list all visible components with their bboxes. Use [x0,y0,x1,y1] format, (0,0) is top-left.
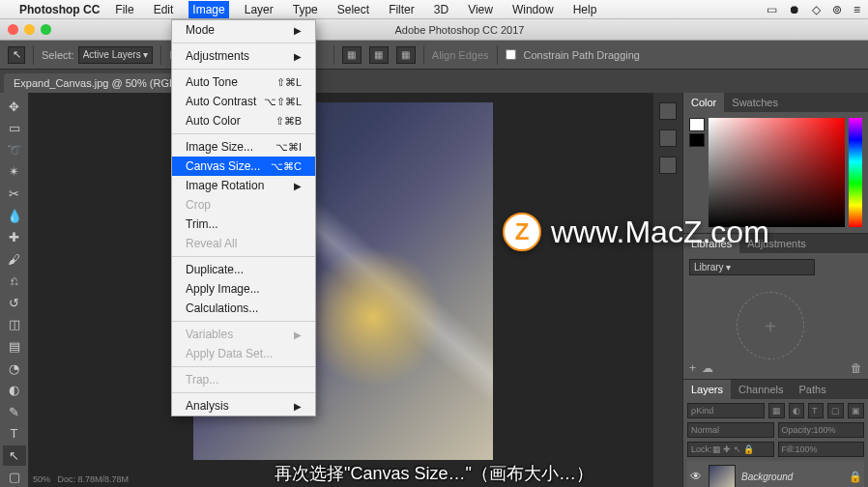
paths-tab[interactable]: Paths [792,380,834,399]
gradient-tool-icon[interactable]: ▤ [3,336,26,357]
menu-item-analysis[interactable]: Analysis▶ [172,396,315,415]
eyedropper-tool-icon[interactable]: 💧 [3,206,26,226]
panel-dock [653,93,682,487]
menu-filter[interactable]: Filter [385,1,419,18]
menu-edit[interactable]: Edit [150,1,178,18]
history-brush-tool-icon[interactable]: ↺ [3,293,26,313]
menu-layer[interactable]: Layer [241,1,277,18]
libraries-panel: Libraries Adjustments Library ▾ + + ☁ 🗑 [683,234,868,380]
menu-help[interactable]: Help [569,1,601,18]
cloud-icon[interactable]: ◇ [812,3,821,16]
select-active-layers[interactable]: Active Layers ▾ [78,46,154,64]
lock-controls[interactable]: Lock: ▦ ✚ ↖ 🔒 [687,442,774,457]
stamp-tool-icon[interactable]: ⎌ [3,272,26,292]
document-tabs: Expand_Canvas.jpg @ 50% (RGB/... × [0,70,868,93]
menu-item-crop: Crop [172,195,315,215]
layer-kind-filter[interactable]: ρ Kind [687,403,765,418]
heal-tool-icon[interactable]: ✚ [3,227,26,247]
filter-smart-icon[interactable]: ▣ [848,403,864,418]
align-left-icon[interactable]: ▦ [342,46,362,64]
filter-type-icon[interactable]: T [808,403,824,418]
menu-3d[interactable]: 3D [430,1,452,18]
menu-item-trim[interactable]: Trim... [172,215,315,234]
libraries-tab[interactable]: Libraries [683,234,739,253]
right-panels: Color Swatches Libraries Adjustments [682,93,868,487]
minimize-window-button[interactable] [24,24,35,35]
menubar-right: ▭ ⏺ ◇ ⊚ ≡ [767,3,860,16]
menu-item-apply-data-set: Apply Data Set... [172,344,315,363]
filter-adjust-icon[interactable]: ◐ [789,403,804,418]
menu-extra-icon[interactable]: ≡ [854,3,860,16]
menu-item-auto-tone[interactable]: Auto Tone⇧⌘L [172,72,315,92]
foreground-swatch[interactable] [689,118,705,131]
blend-mode-select[interactable]: Normal [687,422,774,438]
lasso-tool-icon[interactable]: ➰ [3,140,26,160]
constrain-checkbox[interactable] [506,49,516,60]
document-tab-label: Expand_Canvas.jpg @ 50% (RGB/... [14,77,188,89]
pen-tool-icon[interactable]: ✎ [3,402,26,422]
menu-select[interactable]: Select [333,1,373,18]
dock-icon-3[interactable] [659,157,677,174]
options-bar: ↖ Select: Active Layers ▾ Fill: W: ⇔ H: … [0,41,868,70]
channels-tab[interactable]: Channels [731,380,791,399]
move-tool-icon[interactable]: ✥ [3,97,26,117]
image-menu-dropdown: Mode▶Adjustments▶Auto Tone⇧⌘LAuto Contra… [171,19,316,416]
menu-item-image-size[interactable]: Image Size...⌥⌘I [172,137,315,157]
lib-cloud-icon[interactable]: ☁ [702,361,713,375]
lib-add-icon[interactable]: + [689,361,696,375]
app-name[interactable]: Photoshop CC [19,3,100,16]
blur-tool-icon[interactable]: ◔ [3,358,26,379]
tool-indicator-icon[interactable]: ↖ [8,46,25,64]
lib-trash-icon[interactable]: 🗑 [851,361,862,375]
swatches-tab[interactable]: Swatches [724,93,786,112]
menu-item-canvas-size[interactable]: Canvas Size...⌥⌘C [172,157,315,176]
dodge-tool-icon[interactable]: ◐ [3,380,26,400]
zoom-window-button[interactable] [41,24,51,35]
menu-view[interactable]: View [464,1,497,18]
record-icon[interactable]: ⏺ [789,3,800,16]
menu-item-auto-contrast[interactable]: Auto Contrast⌥⇧⌘L [172,92,315,111]
wifi-icon[interactable]: ⊚ [832,3,842,16]
menu-image[interactable]: Image [188,1,228,18]
layers-tab[interactable]: Layers [683,380,731,399]
background-swatch[interactable] [689,133,705,147]
display-icon[interactable]: ▭ [767,3,777,16]
menu-type[interactable]: Type [289,1,322,18]
menu-item-auto-color[interactable]: Auto Color⇧⌘B [172,111,315,130]
color-tab[interactable]: Color [683,93,724,112]
align-right-icon[interactable]: ▦ [396,46,416,64]
color-field[interactable] [709,118,845,227]
titlebar: Adobe Photoshop CC 2017 [0,19,868,41]
traffic-lights [0,24,51,35]
color-panel: Color Swatches [683,93,868,234]
hue-slider[interactable] [849,118,862,227]
adjustments-tab[interactable]: Adjustments [739,234,814,253]
menu-item-duplicate[interactable]: Duplicate... [172,260,315,279]
type-tool-icon[interactable]: T [3,423,26,444]
menu-item-reveal-all: Reveal All [172,234,315,253]
menu-file[interactable]: File [111,1,137,18]
eraser-tool-icon[interactable]: ◫ [3,315,26,335]
marquee-tool-icon[interactable]: ▭ [3,119,26,139]
wand-tool-icon[interactable]: ✴ [3,162,26,183]
library-drop-target[interactable]: + [737,292,804,359]
align-center-icon[interactable]: ▦ [369,46,389,64]
dock-icon-2[interactable] [659,129,677,147]
crop-tool-icon[interactable]: ✂ [3,184,26,204]
brush-tool-icon[interactable]: 🖌 [3,249,26,270]
opacity-control[interactable]: Opacity: 100% [778,422,865,438]
menu-item-calculations[interactable]: Calculations... [172,299,315,318]
menu-item-image-rotation[interactable]: Image Rotation▶ [172,176,315,195]
dock-icon-1[interactable] [659,102,677,120]
filter-shape-icon[interactable]: ▢ [827,403,844,418]
canvas-area[interactable] [29,93,653,487]
library-select[interactable]: Library ▾ [689,259,815,275]
menu-window[interactable]: Window [508,1,558,18]
fill-control[interactable]: Fill: 100% [778,442,865,457]
menu-item-adjustments[interactable]: Adjustments▶ [172,46,315,66]
menu-item-apply-image[interactable]: Apply Image... [172,279,315,299]
align-edges-label: Align Edges [432,49,489,61]
filter-pixel-icon[interactable]: ▦ [768,403,785,418]
menu-item-mode[interactable]: Mode▶ [172,20,315,40]
close-window-button[interactable] [8,24,18,35]
